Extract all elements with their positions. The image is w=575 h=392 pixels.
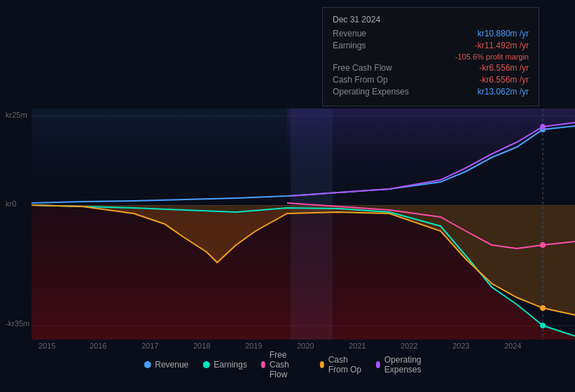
y-label-mid: kr0 xyxy=(6,200,16,208)
x-label-2021: 2021 xyxy=(349,342,366,350)
x-label-2018: 2018 xyxy=(193,342,210,350)
x-label-2019: 2019 xyxy=(245,342,262,350)
x-label-2024: 2024 xyxy=(504,342,521,350)
legend-dot-fcf xyxy=(261,361,265,368)
legend-item-opex[interactable]: Operating Expenses xyxy=(376,355,431,374)
tooltip-value-profit-margin: -105.6% profit margin xyxy=(455,52,529,61)
chart-container: Dec 31 2024 Revenue kr10.880m /yr Earnin… xyxy=(0,0,575,392)
legend-item-revenue[interactable]: Revenue xyxy=(144,360,188,370)
legend-dot-opex xyxy=(376,361,380,368)
legend-dot-cashfromop xyxy=(320,361,324,368)
tooltip-box: Dec 31 2024 Revenue kr10.880m /yr Earnin… xyxy=(322,7,539,106)
tooltip-label-fcf: Free Cash Flow xyxy=(333,63,392,73)
svg-point-4 xyxy=(540,124,546,130)
x-label-2020: 2020 xyxy=(297,342,314,350)
legend-item-fcf[interactable]: Free Cash Flow xyxy=(261,350,306,379)
x-label-2022: 2022 xyxy=(401,342,417,350)
svg-point-6 xyxy=(540,323,546,328)
tooltip-value-fcf: -kr6.556m /yr xyxy=(479,63,529,73)
svg-point-5 xyxy=(540,242,546,248)
tooltip-label-earnings: Earnings xyxy=(333,41,366,50)
tooltip-value-opex: kr13.062m /yr xyxy=(478,87,529,97)
x-label-2023: 2023 xyxy=(452,342,469,350)
legend-label-earnings: Earnings xyxy=(214,360,247,370)
legend-label-fcf: Free Cash Flow xyxy=(270,350,306,379)
tooltip-row-cashfromop: Cash From Op -kr6.556m /yr xyxy=(333,75,529,85)
svg-point-7 xyxy=(540,305,546,311)
chart-svg xyxy=(32,108,575,340)
legend-label-cashfromop: Cash From Op xyxy=(328,355,362,374)
y-label-bottom: -kr35m xyxy=(6,319,29,328)
x-label-2017: 2017 xyxy=(141,342,158,350)
tooltip-label-revenue: Revenue xyxy=(333,29,366,38)
legend-item-cashfromop[interactable]: Cash From Op xyxy=(320,355,362,374)
tooltip-label-opex: Operating Expenses xyxy=(333,87,409,97)
y-label-top: kr25m xyxy=(6,111,27,119)
x-label-2015: 2015 xyxy=(39,342,55,350)
legend-label-opex: Operating Expenses xyxy=(385,355,431,374)
tooltip-label-cashfromop: Cash From Op xyxy=(333,75,388,85)
legend: Revenue Earnings Free Cash Flow Cash Fro… xyxy=(144,350,431,379)
tooltip-row-earnings: Earnings -kr11.492m /yr xyxy=(333,41,529,50)
legend-dot-revenue xyxy=(144,361,151,368)
tooltip-value-earnings: -kr11.492m /yr xyxy=(475,41,529,50)
legend-item-earnings[interactable]: Earnings xyxy=(202,360,247,370)
tooltip-row-fcf: Free Cash Flow -kr6.556m /yr xyxy=(333,63,529,73)
legend-label-revenue: Revenue xyxy=(155,360,188,370)
tooltip-row-revenue: Revenue kr10.880m /yr xyxy=(333,29,529,38)
tooltip-value-revenue: kr10.880m /yr xyxy=(478,29,529,38)
tooltip-date: Dec 31 2024 xyxy=(333,15,529,24)
tooltip-row-opex: Operating Expenses kr13.062m /yr xyxy=(333,87,529,97)
legend-dot-earnings xyxy=(202,361,209,368)
x-label-2016: 2016 xyxy=(90,342,106,350)
tooltip-row-profit-margin: -105.6% profit margin xyxy=(333,52,529,61)
tooltip-value-cashfromop: -kr6.556m /yr xyxy=(479,75,529,85)
